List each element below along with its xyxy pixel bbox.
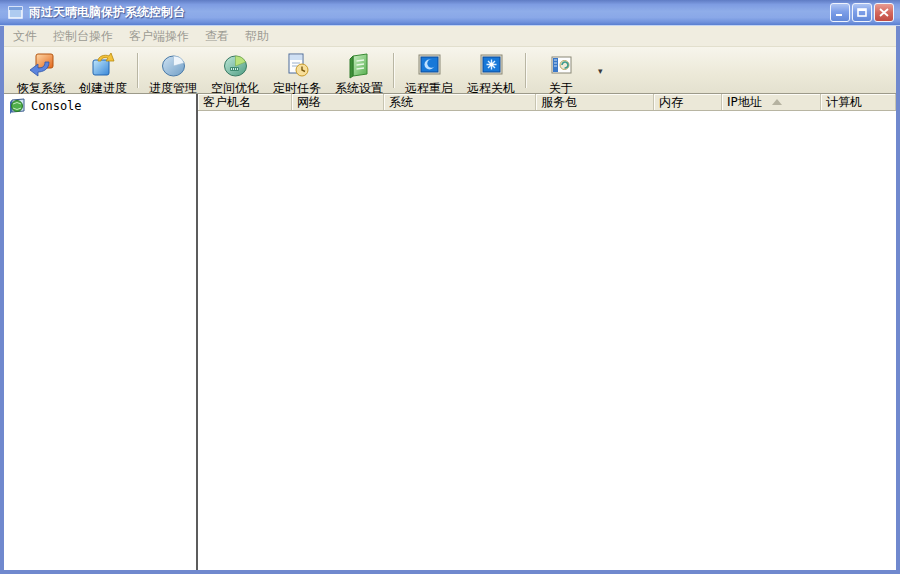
close-button[interactable]	[874, 3, 894, 22]
remote-restart-icon	[416, 52, 443, 79]
app-window: 雨过天晴电脑保护系统控制台 文件 控制台操作 客户端操作 查看 帮助	[0, 0, 900, 574]
toolbar-button-system-settings[interactable]: 系统设置	[328, 49, 390, 92]
restore-system-icon	[28, 52, 55, 79]
window-title: 雨过天晴电脑保护系统控制台	[29, 4, 830, 21]
menu-bar: 文件 控制台操作 客户端操作 查看 帮助	[4, 26, 896, 47]
content-area: Console 客户机名 网络 系统 服务包 内存 IP地址 计算机	[4, 94, 896, 570]
toolbar-button-about[interactable]: 关于	[530, 49, 592, 92]
remote-shutdown-icon	[478, 52, 505, 79]
toolbar-separator	[525, 53, 527, 88]
menu-view[interactable]: 查看	[204, 26, 230, 47]
create-snapshot-icon	[90, 52, 117, 79]
toolbar-button-restore-system[interactable]: 恢复系统	[10, 49, 72, 92]
toolbar-button-create-snapshot[interactable]: 创建进度	[72, 49, 134, 92]
column-header-label: 服务包	[541, 94, 577, 110]
toolbar-separator	[137, 53, 139, 88]
column-header-hostname[interactable]: 客户机名	[198, 94, 292, 110]
sort-ascending-icon	[772, 99, 782, 105]
toolbar-button-scheduled-task[interactable]: 定时任务	[266, 49, 328, 92]
column-header-label: 客户机名	[203, 94, 251, 110]
menu-console-operations[interactable]: 控制台操作	[52, 26, 114, 47]
column-header-computer[interactable]: 计算机	[821, 94, 896, 110]
column-header-network[interactable]: 网络	[292, 94, 384, 110]
client-list-panel: 客户机名 网络 系统 服务包 内存 IP地址 计算机	[198, 94, 896, 570]
snapshot-manager-icon	[160, 52, 187, 79]
toolbar: 恢复系统 创建进度	[4, 47, 896, 94]
system-settings-icon	[346, 52, 373, 79]
tree-item-label: Console	[31, 99, 82, 113]
toolbar-button-remote-restart[interactable]: 远程重启	[398, 49, 460, 92]
column-header-memory[interactable]: 内存	[654, 94, 722, 110]
column-header-system[interactable]: 系统	[384, 94, 536, 110]
toolbar-button-remote-shutdown[interactable]: 远程关机	[460, 49, 522, 92]
maximize-button[interactable]	[852, 3, 872, 22]
about-icon	[548, 52, 575, 79]
toolbar-separator	[393, 53, 395, 88]
client-list-body[interactable]	[198, 111, 896, 570]
space-optimize-icon	[222, 52, 249, 79]
window-controls	[830, 3, 894, 22]
menu-file[interactable]: 文件	[12, 26, 38, 47]
toolbar-button-snapshot-manager[interactable]: 进度管理	[142, 49, 204, 92]
column-header-ip-address[interactable]: IP地址	[722, 94, 821, 110]
console-tree-panel: Console	[4, 94, 198, 570]
scheduled-task-icon	[284, 52, 311, 79]
toolbar-overflow-arrow[interactable]: ▾	[598, 66, 603, 76]
column-header-label: 网络	[297, 94, 321, 110]
tree-item-console[interactable]: Console	[6, 97, 194, 115]
app-icon	[8, 6, 24, 20]
column-header-label: IP地址	[727, 94, 762, 110]
menu-help[interactable]: 帮助	[244, 26, 270, 47]
column-header-label: 内存	[659, 94, 683, 110]
minimize-button[interactable]	[830, 3, 850, 22]
column-header-label: 系统	[389, 94, 413, 110]
menu-client-operations[interactable]: 客户端操作	[128, 26, 190, 47]
column-header-label: 计算机	[826, 94, 862, 110]
console-icon	[8, 98, 27, 114]
list-header-row: 客户机名 网络 系统 服务包 内存 IP地址 计算机	[198, 94, 896, 111]
title-bar: 雨过天晴电脑保护系统控制台	[0, 0, 900, 26]
column-header-service-pack[interactable]: 服务包	[536, 94, 654, 110]
toolbar-button-space-optimize[interactable]: 空间优化	[204, 49, 266, 92]
